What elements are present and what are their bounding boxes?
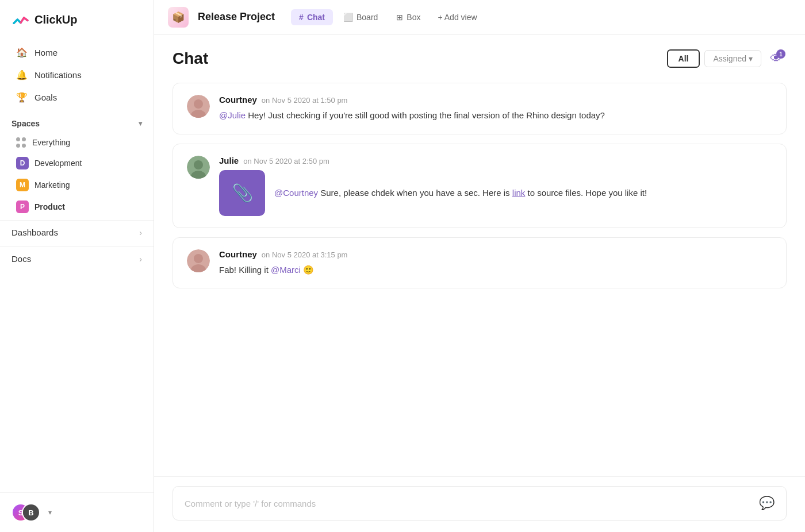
everything-icon [16, 137, 26, 148]
attachment-icon: 📎 [219, 170, 265, 216]
chat-tab-label: Chat [307, 13, 325, 22]
sidebar-item-notifications-label: Notifications [34, 70, 82, 80]
message-1-header: Courtney on Nov 5 2020 at 1:50 pm [219, 95, 772, 105]
sidebar-item-notifications[interactable]: 🔔 Notifications [5, 64, 149, 86]
sidebar-item-product-label: Product [34, 202, 65, 211]
spaces-list: Everything D Development M Marketing P P… [0, 133, 154, 218]
message-3: Courtney on Nov 5 2020 at 3:15 pm Fab! K… [172, 237, 787, 289]
filter-all-button[interactable]: All [667, 49, 700, 68]
message-1-time: on Nov 5 2020 at 1:50 pm [262, 96, 348, 105]
message-1: Courtney on Nov 5 2020 at 1:50 pm @Julie… [172, 83, 787, 134]
message-2-header: Julie on Nov 5 2020 at 2:50 pm [219, 156, 772, 165]
sidebar-item-goals-label: Goals [34, 92, 57, 102]
bell-icon: 🔔 [16, 70, 28, 80]
message-2-text: @Courtney Sure, please chdek when you ha… [274, 186, 647, 200]
logo-text: ClickUp [34, 13, 77, 26]
box-tab-label: Box [407, 13, 420, 22]
comment-input-box[interactable]: Comment or type '/' for commands 💬 [172, 486, 787, 521]
message-3-mention: @Marci [271, 265, 301, 275]
spaces-label: Spaces [12, 119, 40, 128]
sidebar-item-everything[interactable]: Everything [5, 133, 149, 152]
message-3-emoji: 🙂 [303, 265, 314, 275]
user-area: S B ▾ [0, 492, 154, 532]
message-3-text: Fab! Killing it @Marci 🙂 [219, 264, 772, 277]
svg-point-1 [194, 99, 203, 109]
message-3-pre-text: Fab! Killing it [219, 265, 271, 275]
dashboards-chevron-icon: › [139, 228, 142, 237]
message-2-mention: @Courtney [274, 188, 318, 198]
chat-controls: All Assigned ▾ 👁 1 [667, 48, 787, 69]
docs-chevron-icon: › [139, 255, 142, 264]
svg-point-4 [194, 160, 203, 169]
message-2-link[interactable]: link [512, 188, 526, 198]
message-2-attachment-block: 📎 @Courtney Sure, please chdek when you … [219, 170, 772, 216]
message-1-body: Hey! Just checking if you're still good … [248, 110, 605, 120]
message-3-avatar [187, 249, 210, 272]
assigned-chevron-icon: ▾ [749, 54, 753, 63]
message-2-avatar [187, 156, 210, 179]
watch-badge: 1 [776, 49, 785, 59]
message-1-text: @Julie Hey! Just checking if you're stil… [219, 109, 772, 122]
sidebar-item-dashboards[interactable]: Dashboards › [0, 220, 154, 244]
spaces-header[interactable]: Spaces ▾ [0, 111, 154, 133]
sidebar-item-development[interactable]: D Development [5, 152, 149, 174]
chat-area: Chat All Assigned ▾ 👁 1 [154, 34, 805, 532]
project-icon: 📦 [168, 7, 189, 28]
message-1-content: Courtney on Nov 5 2020 at 1:50 pm @Julie… [219, 95, 772, 122]
message-2-time: on Nov 5 2020 at 2:50 pm [243, 157, 329, 165]
sidebar-item-goals[interactable]: 🏆 Goals [5, 86, 149, 109]
docs-label: Docs [12, 254, 31, 264]
message-3-time: on Nov 5 2020 at 3:15 pm [262, 250, 348, 259]
add-view-button[interactable]: + Add view [431, 9, 484, 25]
comment-input-area: Comment or type '/' for commands 💬 [154, 476, 805, 532]
dashboards-label: Dashboards [12, 228, 58, 237]
board-tab-icon: ⬜ [343, 13, 353, 22]
messages-container: Courtney on Nov 5 2020 at 1:50 pm @Julie… [154, 78, 805, 476]
comment-placeholder: Comment or type '/' for commands [185, 499, 316, 508]
view-tabs: # Chat ⬜ Board ⊞ Box + Add view [291, 9, 484, 25]
message-1-author: Courtney [219, 95, 257, 105]
chat-title: Chat [172, 49, 208, 68]
sidebar: ClickUp 🏠 Home 🔔 Notifications 🏆 Goals S… [0, 0, 154, 532]
sidebar-item-product[interactable]: P Product [5, 196, 149, 218]
assigned-label: Assigned [713, 54, 746, 63]
board-tab-label: Board [356, 13, 378, 22]
message-2-author: Julie [219, 156, 239, 165]
comment-send-icon[interactable]: 💬 [759, 496, 775, 511]
topbar: 📦 Release Project # Chat ⬜ Board ⊞ Box +… [154, 0, 805, 34]
home-icon: 🏠 [16, 47, 28, 58]
sidebar-item-marketing-label: Marketing [34, 180, 70, 190]
watch-button[interactable]: 👁 1 [766, 48, 787, 69]
message-3-header: Courtney on Nov 5 2020 at 3:15 pm [219, 249, 772, 259]
message-2-body: Sure, please chdek when you have a sec. … [320, 188, 512, 198]
filter-assigned-button[interactable]: Assigned ▾ [704, 50, 761, 67]
tab-box[interactable]: ⊞ Box [388, 9, 428, 25]
tab-board[interactable]: ⬜ Board [335, 9, 386, 25]
product-badge: P [16, 201, 29, 213]
development-badge: D [16, 157, 29, 169]
sidebar-item-docs[interactable]: Docs › [0, 246, 154, 271]
avatar-courtney-1 [187, 95, 210, 118]
spaces-chevron-icon: ▾ [139, 119, 142, 128]
tab-chat[interactable]: # Chat [291, 9, 333, 25]
svg-point-7 [194, 254, 203, 263]
sidebar-item-marketing[interactable]: M Marketing [5, 174, 149, 196]
avatar-b-circle: B [23, 504, 39, 521]
message-3-author: Courtney [219, 249, 257, 259]
message-2-body-after: to source files. Hope you like it! [527, 188, 647, 198]
sidebar-item-home[interactable]: 🏠 Home [5, 41, 149, 64]
chat-tab-hash-icon: # [299, 13, 304, 22]
marketing-badge: M [16, 179, 29, 191]
avatar-julie [187, 156, 210, 179]
main-content: 📦 Release Project # Chat ⬜ Board ⊞ Box +… [154, 0, 805, 532]
message-3-content: Courtney on Nov 5 2020 at 3:15 pm Fab! K… [219, 249, 772, 277]
message-2-content: Julie on Nov 5 2020 at 2:50 pm 📎 @Courtn… [219, 156, 772, 216]
add-view-label: + Add view [438, 13, 477, 22]
avatar-group: S B [12, 502, 41, 523]
user-dropdown-icon[interactable]: ▾ [48, 508, 52, 516]
message-1-avatar [187, 95, 210, 118]
avatar-b: B [22, 503, 40, 522]
project-name: Release Project [198, 11, 275, 23]
sidebar-nav: 🏠 Home 🔔 Notifications 🏆 Goals [0, 39, 154, 111]
clickup-logo-icon [12, 10, 30, 29]
